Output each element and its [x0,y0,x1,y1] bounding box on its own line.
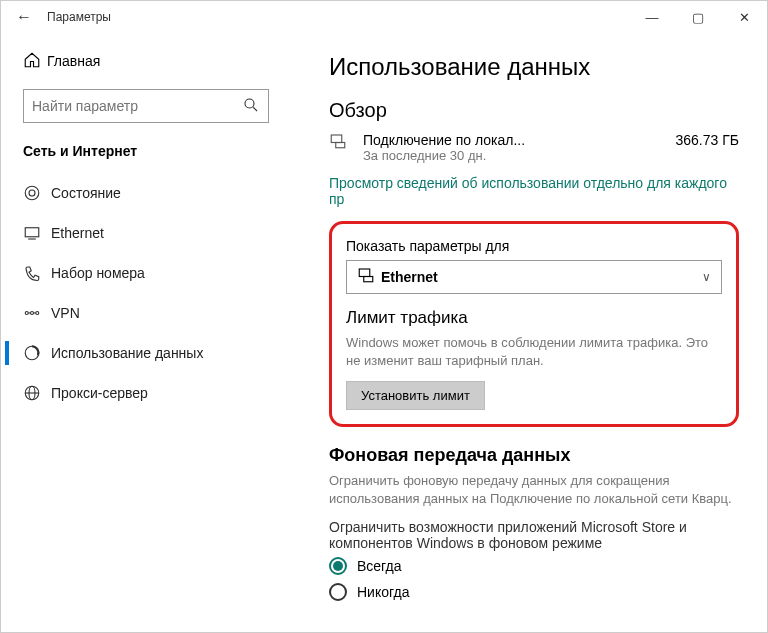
background-data-heading: Фоновая передача данных [329,445,739,466]
radio-always[interactable]: Всегда [329,557,739,575]
sidebar-item-status[interactable]: Состояние [5,173,301,213]
sidebar-item-label: Ethernet [51,225,104,241]
sidebar: Главная Сеть и Интернет Состояние Ether [1,33,301,632]
close-button[interactable]: ✕ [721,1,767,33]
svg-point-2 [25,186,39,200]
content-area: Использование данных Обзор Подключение п… [301,33,767,632]
svg-point-6 [25,312,28,315]
per-app-usage-link[interactable]: Просмотр сведений об использовании отдел… [329,175,739,207]
svg-rect-16 [336,143,345,148]
sidebar-item-vpn[interactable]: VPN [5,293,301,333]
minimize-button[interactable]: — [629,1,675,33]
radio-label: Всегда [357,558,402,574]
vpn-icon [23,304,51,322]
sidebar-item-proxy[interactable]: Прокси-сервер [5,373,301,413]
sidebar-item-label: Состояние [51,185,121,201]
home-label: Главная [47,53,100,69]
search-icon [242,96,260,117]
connection-period: За последние 30 дн. [363,148,676,163]
titlebar: ← Параметры — ▢ ✕ [1,1,767,33]
set-limit-button[interactable]: Установить лимит [346,381,485,410]
window-title: Параметры [47,10,629,24]
sidebar-item-label: Прокси-сервер [51,385,148,401]
sidebar-item-label: VPN [51,305,80,321]
svg-point-3 [29,190,35,196]
ethernet-icon [23,224,51,242]
show-settings-for-label: Показать параметры для [346,238,722,254]
svg-rect-18 [364,277,373,282]
svg-rect-4 [25,228,39,237]
radio-never[interactable]: Никогда [329,583,739,601]
back-button[interactable]: ← [1,8,47,26]
highlight-box: Показать параметры для Ethernet ∨ Лимит … [329,221,739,427]
sidebar-item-data-usage[interactable]: Использование данных [5,333,301,373]
sidebar-item-label: Использование данных [51,345,203,361]
radio-label: Никогда [357,584,409,600]
svg-point-8 [36,312,39,315]
data-amount: 366.73 ГБ [676,132,739,148]
dialup-icon [23,264,51,282]
svg-rect-15 [331,135,342,143]
connection-name: Подключение по локал... [363,132,676,148]
data-limit-desc: Windows может помочь в соблюдении лимита… [346,334,722,369]
svg-point-7 [31,312,34,315]
connection-icon [329,132,363,154]
data-limit-heading: Лимит трафика [346,308,722,328]
data-usage-icon [23,344,51,362]
page-title: Использование данных [329,53,739,81]
status-icon [23,184,51,202]
proxy-icon [23,384,51,402]
sidebar-category: Сеть и Интернет [5,135,301,173]
dropdown-value: Ethernet [381,269,702,285]
restrict-radio-group: Всегда Никогда [329,557,739,601]
ethernet-icon [357,266,381,288]
home-icon [23,51,47,72]
sidebar-item-label: Набор номера [51,265,145,281]
radio-circle-icon [329,557,347,575]
sidebar-item-ethernet[interactable]: Ethernet [5,213,301,253]
svg-line-1 [253,107,257,111]
radio-circle-icon [329,583,347,601]
search-input[interactable] [32,98,242,114]
overview-heading: Обзор [329,99,739,122]
search-box[interactable] [23,89,269,123]
home-link[interactable]: Главная [5,41,301,81]
restrict-label: Ограничить возможности приложений Micros… [329,519,739,551]
network-dropdown[interactable]: Ethernet ∨ [346,260,722,294]
overview-row: Подключение по локал... За последние 30 … [329,132,739,163]
background-data-desc: Ограничить фоновую передачу данных для с… [329,472,739,507]
maximize-button[interactable]: ▢ [675,1,721,33]
sidebar-item-dialup[interactable]: Набор номера [5,253,301,293]
chevron-down-icon: ∨ [702,270,711,284]
svg-point-0 [245,99,254,108]
svg-rect-17 [359,269,370,277]
